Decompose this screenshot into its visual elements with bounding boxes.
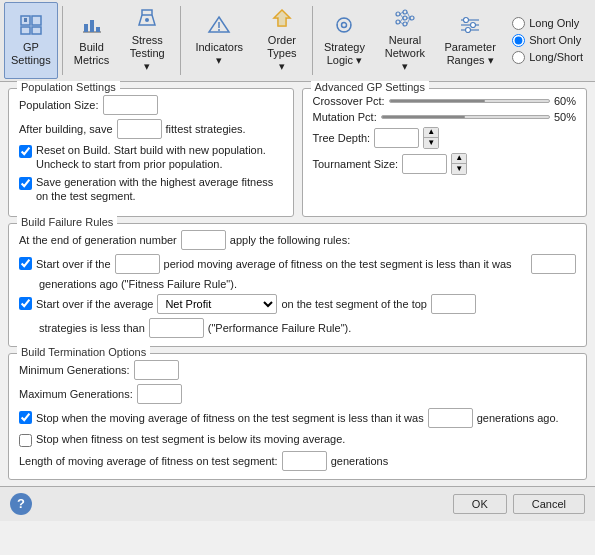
short-only-radio[interactable] <box>512 34 525 47</box>
build-termination-title: Build Termination Options <box>17 346 150 358</box>
reset-on-build-row: Reset on Build. Start build with new pop… <box>19 143 283 172</box>
tree-depth-up[interactable]: ▲ <box>424 128 438 138</box>
population-size-label: Population Size: <box>19 99 99 111</box>
toolbar-build-metrics[interactable]: BuildMetrics <box>67 2 117 79</box>
mutation-value: 50% <box>554 111 576 123</box>
build-metrics-icon <box>80 14 104 39</box>
fitness-rule-suffix-row: generations ago ("Fitness Failure Rule")… <box>19 278 576 290</box>
threshold-input[interactable]: 0 <box>149 318 204 338</box>
gp-settings-label: GP Settings <box>11 41 51 67</box>
performance-rule-row: Start over if the average Net Profit on … <box>19 294 576 314</box>
tournament-size-input[interactable]: 2 <box>402 154 447 174</box>
parameter-ranges-icon <box>458 14 482 39</box>
strategy-logic-icon <box>332 14 356 39</box>
generation-number-input[interactable]: 10 <box>181 230 226 250</box>
tree-depth-label: Tree Depth: <box>313 132 371 144</box>
strategies-label: strategies is less than <box>39 322 145 334</box>
reset-on-build-checkbox[interactable] <box>19 145 32 158</box>
svg-line-33 <box>407 18 410 24</box>
min-gen-input[interactable]: 10 <box>134 360 179 380</box>
stress-testing-label: StressTesting ▾ <box>128 34 167 74</box>
population-settings-title: Population Settings <box>17 81 120 93</box>
long-only-radio[interactable] <box>512 17 525 30</box>
mutation-label: Mutation Pct: <box>313 111 377 123</box>
min-gen-label: Minimum Generations: <box>19 364 130 376</box>
stop-moving-avg-checkbox[interactable] <box>19 411 32 424</box>
svg-point-22 <box>396 20 400 24</box>
crossover-slider[interactable] <box>389 99 550 103</box>
mutation-slider[interactable] <box>381 115 550 119</box>
short-only-option[interactable]: Short Only <box>512 34 583 47</box>
generation-number-row: At the end of generation number 10 apply… <box>19 230 576 250</box>
tournament-size-up[interactable]: ▲ <box>452 154 466 164</box>
tree-depth-down[interactable]: ▼ <box>424 138 438 148</box>
divider-1 <box>62 6 63 75</box>
tree-depth-input[interactable]: 3 <box>374 128 419 148</box>
long-short-option[interactable]: Long/Short <box>512 51 583 64</box>
svg-point-23 <box>403 10 407 14</box>
toolbar-gp-settings[interactable]: GP Settings <box>4 2 58 79</box>
svg-line-29 <box>400 18 403 22</box>
length-input[interactable]: 10 <box>282 451 327 471</box>
tournament-size-row: Tournament Size: 2 ▲ ▼ <box>313 153 577 175</box>
stop-moving-avg-label: Stop when the moving average of fitness … <box>36 412 424 424</box>
length-label: Length of moving average of fitness on t… <box>19 455 278 467</box>
svg-point-38 <box>471 22 476 27</box>
toolbar-parameter-ranges[interactable]: ParameterRanges ▾ <box>438 2 502 79</box>
svg-rect-3 <box>32 27 41 34</box>
top-strategies-input[interactable]: 10 <box>431 294 476 314</box>
crossover-value: 60% <box>554 95 576 107</box>
ok-button[interactable]: OK <box>453 494 507 514</box>
save-generation-checkbox[interactable] <box>19 177 32 190</box>
max-gen-label: Maximum Generations: <box>19 388 133 400</box>
build-failure-title: Build Failure Rules <box>17 216 117 228</box>
long-short-radio[interactable] <box>512 51 525 64</box>
reset-on-build-label: Reset on Build. Start build with new pop… <box>36 143 283 172</box>
tree-depth-spinner: ▲ ▼ <box>423 127 439 149</box>
svg-rect-9 <box>96 27 100 32</box>
indicators-label: Indicators ▾ <box>194 41 245 67</box>
cancel-button[interactable]: Cancel <box>513 494 585 514</box>
long-only-option[interactable]: Long Only <box>512 17 583 30</box>
tournament-size-down[interactable]: ▼ <box>452 164 466 174</box>
svg-rect-8 <box>90 20 94 32</box>
fitness-gen-input[interactable]: 10 <box>531 254 576 274</box>
svg-line-27 <box>400 12 403 14</box>
fittest-count-input[interactable]: 100 <box>117 119 162 139</box>
neural-network-icon <box>393 7 417 32</box>
parameter-ranges-label: ParameterRanges ▾ <box>444 41 495 67</box>
fittest-label: fittest strategies. <box>166 123 246 135</box>
toolbar-stress-testing[interactable]: StressTesting ▾ <box>119 2 176 79</box>
max-gen-input[interactable]: 50 <box>137 384 182 404</box>
dialog-buttons: OK Cancel <box>453 494 585 514</box>
toolbar-order-types[interactable]: OrderTypes ▾ <box>256 2 308 79</box>
fitness-rule-prefix: Start over if the <box>36 258 111 270</box>
trade-direction-options: Long Only Short Only Long/Short <box>504 2 591 79</box>
advanced-gp-group: Advanced GP Settings Crossover Pct: 60% … <box>302 88 588 217</box>
svg-rect-7 <box>84 24 88 32</box>
toolbar-indicators[interactable]: Indicators ▾ <box>185 2 254 79</box>
mutation-fill <box>382 116 466 118</box>
mutation-row: Mutation Pct: 50% <box>313 111 577 123</box>
length-row: Length of moving average of fitness on t… <box>19 451 576 471</box>
fitness-rule-middle: period moving average of fitness on the … <box>164 258 527 270</box>
population-size-row: Population Size: 500 <box>19 95 283 115</box>
performance-rule-prefix: Start over if the average <box>36 298 153 310</box>
stop-moving-avg-gen-input[interactable]: 10 <box>428 408 473 428</box>
top-row: Population Settings Population Size: 500… <box>8 88 587 217</box>
toolbar: GP Settings BuildMetrics StressTesting ▾ <box>0 0 595 82</box>
indicators-icon <box>207 14 231 39</box>
performance-rule-checkbox[interactable] <box>19 297 32 310</box>
toolbar-neural-network[interactable]: NeuralNetwork ▾ <box>374 2 436 79</box>
metric-select[interactable]: Net Profit <box>157 294 277 314</box>
svg-point-16 <box>342 22 347 27</box>
population-size-input[interactable]: 500 <box>103 95 158 115</box>
order-types-label: OrderTypes ▾ <box>265 34 299 74</box>
tournament-size-spinner: ▲ ▼ <box>451 153 467 175</box>
fitness-rule-checkbox[interactable] <box>19 257 32 270</box>
toolbar-strategy-logic[interactable]: StrategyLogic ▾ <box>317 2 372 79</box>
divider-3 <box>312 6 313 75</box>
fitness-period-input[interactable]: 10 <box>115 254 160 274</box>
stop-below-checkbox[interactable] <box>19 434 32 447</box>
help-button[interactable]: ? <box>10 493 32 515</box>
